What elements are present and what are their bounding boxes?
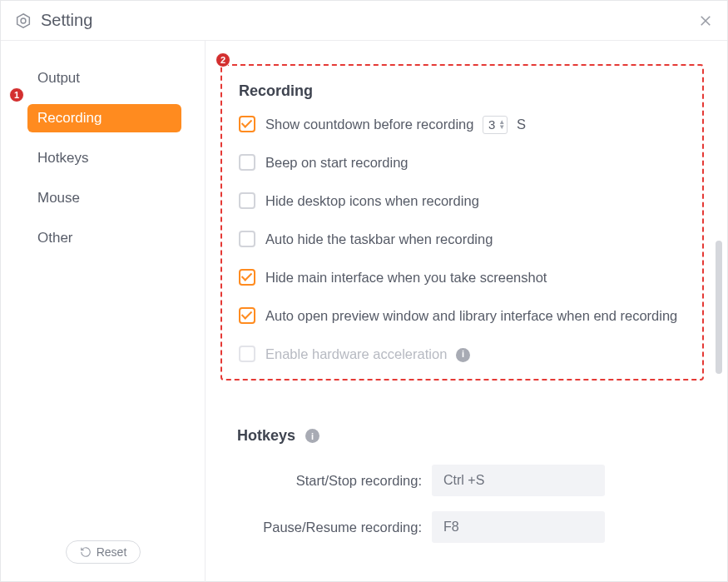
checkbox-beep[interactable]	[239, 154, 255, 171]
sidebar-item-recording[interactable]: Recording	[27, 104, 181, 132]
title-bar: Setting	[1, 1, 727, 41]
checkbox-hide-desktop-icons[interactable]	[239, 192, 255, 209]
scrollbar[interactable]	[716, 241, 722, 374]
option-label: Hide desktop icons when recording	[265, 192, 686, 211]
checkbox-auto-open-preview[interactable]	[239, 307, 255, 324]
option-label: Show countdown before recording 3 ▲▼ S	[265, 115, 686, 135]
sidebar-item-other[interactable]: Other	[27, 224, 181, 252]
option-countdown: Show countdown before recording 3 ▲▼ S	[239, 115, 686, 135]
option-hide-taskbar: Auto hide the taskbar when recording	[239, 230, 686, 250]
hotkeys-title-row: Hotkeys i	[237, 427, 704, 445]
refresh-icon	[80, 546, 92, 558]
sidebar-item-label: Output	[37, 70, 80, 87]
reset-label: Reset	[97, 545, 127, 559]
sidebar-item-label: Mouse	[37, 190, 80, 206]
annotation-badge-1: 1	[9, 87, 24, 102]
checkbox-hardware-accel	[239, 346, 255, 362]
info-icon[interactable]: i	[456, 348, 470, 362]
option-label: Beep on start recording	[265, 153, 686, 173]
close-button[interactable]	[697, 12, 714, 29]
hotkey-label: Start/Stop recording:	[237, 473, 422, 489]
sidebar-item-label: Hotkeys	[37, 150, 88, 167]
sidebar-item-hotkeys[interactable]: Hotkeys	[27, 144, 181, 172]
option-label: Auto open preview window and library int…	[265, 306, 686, 326]
reset-wrap: Reset	[1, 540, 206, 564]
svg-point-1	[21, 18, 26, 23]
sidebar: Output Recording Hotkeys Mouse Other	[1, 41, 206, 582]
hotkey-label: Pause/Resume recording:	[237, 520, 422, 535]
option-label: Enable hardware acceleration i	[265, 345, 686, 365]
svg-marker-0	[17, 13, 30, 27]
info-icon[interactable]: i	[305, 429, 319, 443]
hotkey-row-start-stop: Start/Stop recording: Ctrl +S	[237, 465, 704, 496]
annotation-badge-2: 2	[215, 52, 230, 67]
option-hide-desktop-icons: Hide desktop icons when recording	[239, 192, 686, 211]
content-area: Recording Show countdown before recordin…	[206, 41, 727, 582]
option-hide-main-interface: Hide main interface when you take screen…	[239, 268, 686, 288]
window-title: Setting	[41, 11, 92, 30]
option-hardware-accel: Enable hardware acceleration i	[239, 345, 686, 365]
recording-title: Recording	[239, 82, 686, 100]
recording-section: Recording Show countdown before recordin…	[220, 64, 704, 381]
option-label: Hide main interface when you take screen…	[265, 268, 686, 288]
sidebar-item-label: Recording	[37, 110, 102, 127]
sidebar-item-output[interactable]: Output	[27, 64, 181, 92]
hotkey-field-start-stop[interactable]: Ctrl +S	[432, 465, 605, 496]
reset-button[interactable]: Reset	[66, 540, 141, 564]
option-label: Auto hide the taskbar when recording	[265, 230, 686, 250]
gear-icon	[14, 12, 32, 30]
checkbox-countdown[interactable]	[239, 116, 255, 132]
option-beep: Beep on start recording	[239, 153, 686, 173]
hotkeys-title: Hotkeys	[237, 427, 295, 445]
sidebar-item-mouse[interactable]: Mouse	[27, 184, 181, 212]
sidebar-list: Output Recording Hotkeys Mouse Other	[1, 64, 205, 252]
option-auto-open-preview: Auto open preview window and library int…	[239, 306, 686, 326]
checkbox-hide-main-interface[interactable]	[239, 269, 255, 286]
settings-window: Setting 1 2 Output Recording Hotkeys Mo	[0, 0, 728, 582]
hotkey-row-pause-resume: Pause/Resume recording: F8	[237, 511, 704, 543]
hotkeys-section: Hotkeys i Start/Stop recording: Ctrl +S …	[220, 427, 704, 543]
sidebar-item-label: Other	[37, 230, 73, 246]
stepper-arrows-icon[interactable]: ▲▼	[498, 120, 505, 130]
checkbox-hide-taskbar[interactable]	[239, 231, 255, 247]
countdown-stepper[interactable]: 3 ▲▼	[483, 116, 508, 134]
hotkey-field-pause-resume[interactable]: F8	[432, 511, 605, 543]
window-body: Output Recording Hotkeys Mouse Other	[1, 41, 727, 582]
